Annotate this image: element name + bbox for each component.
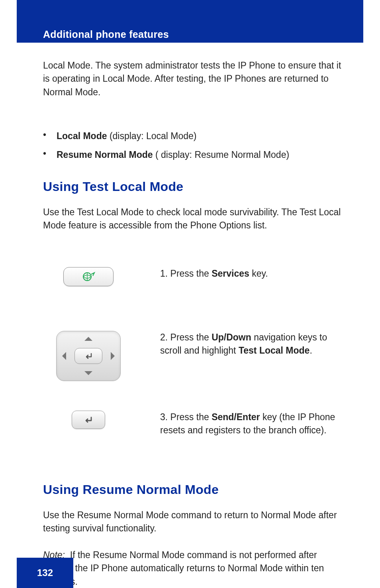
icon-column [17,331,160,381]
step-text: 2. Press the Up/Down navigation keys to … [160,331,363,358]
bullet-dot: • [43,148,57,159]
section-heading-test-local: Using Test Local Mode [43,179,183,194]
bullet-item: • Local Mode (display: Local Mode) [43,130,346,143]
step-text: 1. Press the Services key. [160,267,363,280]
enter-arrow-icon [83,352,94,360]
step-row: 3. Press the Send/Enter key (the IP Phon… [17,411,363,437]
header-band: Additional phone features [17,0,363,43]
services-key-icon [63,267,114,286]
section-heading-resume-normal: Using Resume Normal Mode [43,482,219,497]
page-number-tab: 132 [17,558,73,588]
section1-intro: Use the Test Local Mode to check local m… [43,206,346,232]
icon-column [17,411,160,429]
bullet-text: Local Mode (display: Local Mode) [57,130,197,143]
nav-up-arrow-icon [84,337,92,341]
bullet-item: • Resume Normal Mode ( display: Resume N… [43,148,346,161]
step-row: 1. Press the Services key. [17,267,363,286]
nav-center-key-icon [74,348,102,364]
step-row: 2. Press the Up/Down navigation keys to … [17,331,363,381]
nav-down-arrow-icon [84,371,92,375]
globe-arrow-icon [81,271,96,282]
send-enter-key-icon [72,411,105,429]
icon-column [17,267,160,286]
enter-arrow-icon [82,415,94,424]
step-text: 3. Press the Send/Enter key (the IP Phon… [160,411,363,437]
header-title: Additional phone features [43,29,169,40]
section2-intro: Use the Resume Normal Mode command to re… [43,509,346,535]
intro-paragraph: Local Mode. The system administrator tes… [43,59,346,99]
bullet-text: Resume Normal Mode ( display: Resume Nor… [57,148,289,161]
note-block: Note: If the Resume Normal Mode command … [43,549,338,588]
bullet-dot: • [43,130,57,140]
nav-left-arrow-icon [62,352,66,360]
page-number: 132 [37,567,53,578]
navigation-cluster-icon [56,331,121,381]
nav-right-arrow-icon [111,352,115,360]
page: Additional phone features Local Mode. Th… [17,0,363,588]
